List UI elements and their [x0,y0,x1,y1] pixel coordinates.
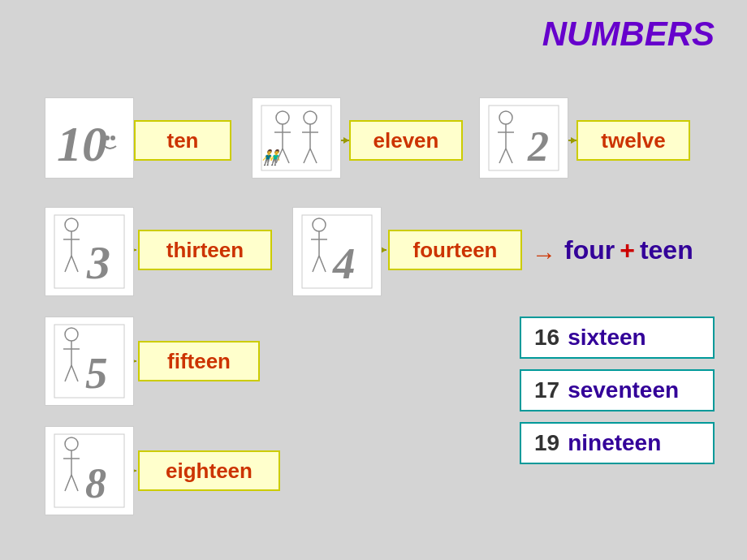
teen-text: teen [640,235,693,265]
svg-line-28 [310,149,317,163]
svg-point-24 [304,111,317,124]
twelve-illustration: 2 [479,97,568,179]
svg-text:3: 3 [86,236,110,289]
svg-text:4: 4 [332,239,356,288]
svg-text:5: 5 [85,348,108,398]
svg-line-27 [304,149,310,163]
plus-sign: + [620,235,635,265]
svg-marker-4 [343,137,349,144]
seventeen-num: 17 [534,377,559,403]
svg-point-45 [313,218,326,231]
svg-line-55 [65,365,71,381]
twelve-word: twelve [601,128,666,153]
four-text: four [564,235,615,265]
svg-line-41 [65,256,71,272]
svg-point-31 [499,111,512,124]
seventeen-entry: 17 seventeen [520,369,715,411]
svg-marker-6 [571,137,576,144]
svg-text:👬: 👬 [260,149,283,166]
svg-line-63 [71,475,78,491]
sixteen-entry: 16 sixteen [520,317,715,359]
fourteen-label: fourteen [388,230,522,270]
svg-line-34 [499,149,506,163]
svg-point-17 [110,136,115,140]
fifteen-illustration: 5 [45,317,134,406]
fifteen-label: fifteen [138,341,260,381]
svg-line-35 [506,149,512,163]
fifteen-word: fifteen [167,349,231,374]
svg-point-38 [65,218,78,231]
page-title: NUMBERS [542,15,715,54]
eighteen-illustration: 8 [45,426,134,515]
thirteen-word: thirteen [166,238,244,263]
thirteen-label: thirteen [138,230,272,270]
twelve-label: twelve [576,120,690,161]
eighteen-word: eighteen [166,459,253,484]
ten-word: ten [167,128,199,153]
nineteen-word: nineteen [568,430,661,456]
ten-label: ten [134,120,231,161]
sixteen-num: 16 [534,325,559,351]
fourteen-word: fourteen [413,238,498,263]
svg-text:10: 10 [57,116,107,171]
seventeen-word: seventeen [568,377,679,403]
svg-marker-10 [381,247,386,253]
ten-illustration: 10 [45,97,134,179]
sixteen-word: sixteen [568,325,646,351]
nineteen-num: 19 [534,430,559,456]
svg-text:8: 8 [85,460,106,506]
svg-point-16 [105,136,110,140]
thirteen-illustration: 3 [45,207,134,296]
svg-line-42 [71,256,78,272]
svg-line-48 [313,256,319,272]
four-teen-label: four + teen [564,235,693,265]
eighteen-label: eighteen [138,450,280,491]
arrow-right-icon: → [532,241,556,269]
eleven-label: eleven [349,120,463,161]
svg-point-52 [65,328,78,341]
svg-text:2: 2 [527,123,549,170]
svg-line-49 [319,256,326,272]
svg-line-23 [283,149,289,163]
eleven-illustration: 👬 [252,97,341,179]
svg-point-19 [276,111,289,124]
fourteen-illustration: 4 [292,207,382,296]
svg-line-62 [65,475,71,491]
svg-point-59 [65,437,78,450]
svg-line-56 [71,365,78,381]
nineteen-entry: 19 nineteen [520,422,715,464]
eleven-word: eleven [374,128,439,153]
